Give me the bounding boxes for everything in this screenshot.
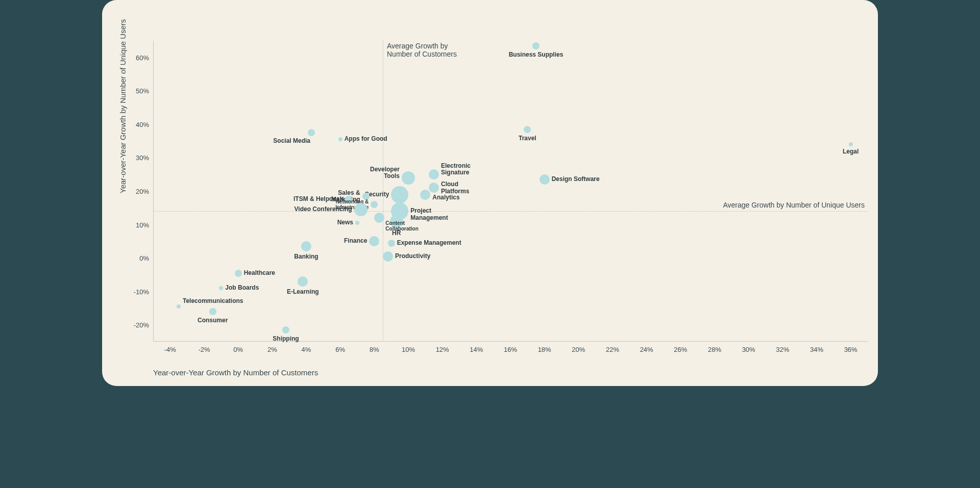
chart-card: Year-over-Year Growth by Number of Uniqu… — [102, 0, 878, 386]
bubble-label: Finance — [344, 238, 367, 245]
bubble-consumer[interactable] — [209, 308, 216, 315]
x-tick-label: 18% — [538, 342, 551, 353]
bubble-label: Productivity — [395, 253, 430, 260]
bubble-label: Expense Management — [397, 240, 461, 246]
x-tick-label: 4% — [302, 342, 311, 353]
y-tick-label: 50% — [136, 87, 153, 95]
bubble-cloud-platforms[interactable] — [429, 183, 439, 193]
bubble-travel[interactable] — [524, 126, 531, 133]
bubble-label: Social Media — [273, 138, 310, 145]
bubble-label: Video Conferencing — [295, 206, 352, 213]
y-tick-label: 40% — [136, 120, 153, 128]
bubble-label: DeveloperTools — [370, 166, 400, 179]
x-tick-label: 14% — [470, 342, 483, 353]
bubble-label: Travel — [519, 135, 536, 142]
bubble-telecommunications[interactable] — [177, 304, 181, 309]
y-tick-label: 0% — [139, 254, 153, 262]
bubble-content-collaboration[interactable] — [374, 213, 384, 223]
bubble-e-learning[interactable] — [298, 276, 308, 287]
y-tick-label: 20% — [136, 188, 153, 195]
x-tick-label: -4% — [164, 342, 176, 353]
bubble-label: Design Software — [552, 176, 600, 183]
bubble-label: Job Boards — [225, 285, 259, 292]
bubble-productivity[interactable] — [383, 251, 393, 262]
x-tick-label: 32% — [776, 342, 789, 353]
y-axis-title: Year-over-Year Growth by Number of Uniqu… — [118, 19, 127, 193]
x-tick-label: 10% — [402, 342, 415, 353]
bubble-apps-for-good[interactable] — [338, 137, 342, 141]
x-tick-label: 22% — [606, 342, 619, 353]
x-tick-label: 2% — [267, 342, 277, 353]
bubble-label: News — [337, 220, 353, 226]
bubble-label: ContentCollaboration — [385, 220, 418, 232]
y-tick-label: -20% — [134, 321, 153, 329]
avg-users-ref-label: Average Growth by Number of Unique Users — [723, 201, 865, 209]
x-axis-title: Year-over-Year Growth by Number of Custo… — [153, 368, 318, 377]
y-tick-label: 60% — [136, 54, 153, 61]
bubble-analytics[interactable] — [420, 190, 430, 200]
bubble-shipping[interactable] — [282, 326, 289, 333]
bubble-electronic-signature[interactable] — [429, 169, 439, 179]
bubble-news[interactable] — [355, 221, 359, 225]
bubble-business-supplies[interactable] — [532, 42, 540, 49]
bubble-networking-infrastructure[interactable] — [371, 201, 378, 208]
y-tick-label: 10% — [136, 221, 153, 228]
bubble-label: Consumer — [198, 317, 228, 324]
x-tick-label: 6% — [335, 342, 345, 353]
x-tick-label: 8% — [370, 342, 379, 353]
bubble-label: Apps for Good — [345, 136, 387, 143]
bubble-job-boards[interactable] — [219, 286, 223, 290]
bubble-label: Shipping — [273, 336, 299, 342]
bubble-label: Legal — [843, 148, 859, 155]
x-tick-label: 0% — [233, 342, 243, 353]
x-tick-label: 30% — [742, 342, 755, 353]
bubble-label: Business Supplies — [509, 52, 564, 58]
bubble-label: ProjectManagement — [410, 208, 448, 221]
x-tick-label: 26% — [674, 342, 687, 353]
x-tick-label: 24% — [640, 342, 653, 353]
bubble-expense-management[interactable] — [388, 240, 395, 247]
bubble-finance[interactable] — [369, 236, 379, 246]
x-tick-label: 16% — [504, 342, 517, 353]
y-tick-label: 30% — [136, 154, 153, 162]
bubble-security[interactable] — [391, 186, 408, 203]
bubble-banking[interactable] — [301, 241, 311, 251]
bubble-label: E-Learning — [287, 289, 319, 295]
bubble-label: Telecommunications — [183, 298, 243, 305]
x-tick-label: 28% — [708, 342, 721, 353]
y-tick-label: -10% — [134, 288, 153, 295]
x-tick-label: 36% — [844, 342, 857, 353]
bubble-label: Analytics — [432, 194, 459, 201]
bubble-design-software[interactable] — [540, 174, 550, 185]
bubble-healthcare[interactable] — [235, 270, 242, 277]
bubble-legal[interactable] — [849, 142, 853, 146]
x-tick-label: 34% — [810, 342, 823, 353]
x-tick-label: -2% — [198, 342, 210, 353]
bubble-label: Banking — [294, 253, 318, 260]
bubble-social-media[interactable] — [308, 129, 315, 136]
y-axis-line — [153, 41, 154, 342]
bubble-video-conferencing[interactable] — [354, 203, 368, 216]
bubble-label: CloudPlatforms — [441, 181, 469, 194]
bubble-developer-tools[interactable] — [402, 171, 415, 185]
x-tick-label: 12% — [436, 342, 449, 353]
avg-customers-ref-label: Average Growth byNumber of Customers — [387, 42, 457, 58]
bubble-label: ElectronicSignature — [441, 163, 471, 176]
bubble-label: Healthcare — [244, 270, 275, 276]
x-tick-label: 20% — [572, 342, 585, 353]
scatter-plot: -20%-10%0%10%20%30%40%50%60%-4%-2%0%2%4%… — [153, 41, 868, 342]
avg-users-ref-line — [153, 211, 868, 212]
